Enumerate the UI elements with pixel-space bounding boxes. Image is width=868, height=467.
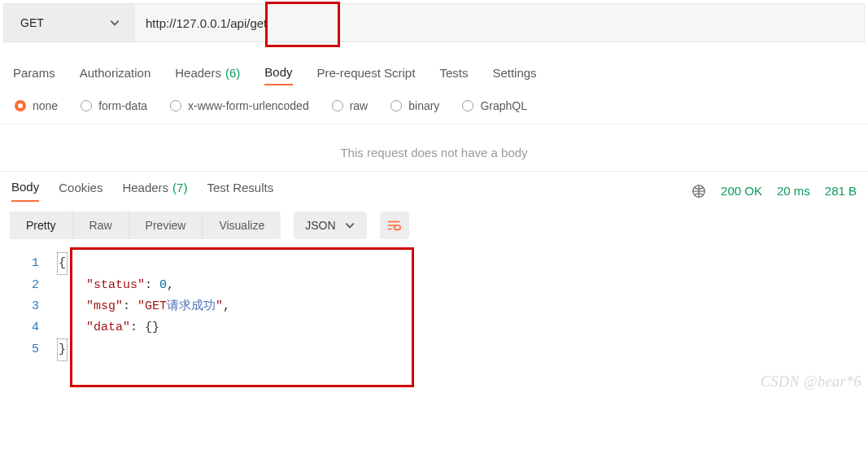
tab-tests[interactable]: Tests <box>439 66 468 85</box>
radio-none[interactable]: none <box>15 99 58 112</box>
code-line: 5 } <box>0 338 868 361</box>
globe-icon[interactable] <box>691 184 706 199</box>
headers-count: (6) <box>225 66 240 80</box>
view-pretty[interactable]: Pretty <box>10 212 73 239</box>
view-raw[interactable]: Raw <box>73 212 129 239</box>
tab-settings[interactable]: Settings <box>492 66 536 85</box>
tab-prerequest[interactable]: Pre-request Script <box>317 66 416 85</box>
code-line: 1 { <box>0 252 868 275</box>
radio-form-data[interactable]: form-data <box>81 99 147 112</box>
radio-binary[interactable]: binary <box>390 99 439 112</box>
radio-graphql[interactable]: GraphQL <box>462 99 527 112</box>
tab-authorization[interactable]: Authorization <box>80 66 151 85</box>
watermark: CSDN @bear*6 <box>761 373 861 391</box>
radio-urlencoded[interactable]: x-www-form-urlencoded <box>170 99 309 112</box>
wrap-icon <box>387 219 402 232</box>
tab-headers[interactable]: Headers (6) <box>175 66 240 85</box>
tab-params[interactable]: Params <box>13 66 55 85</box>
code-line: 4 "data": {} <box>0 317 868 338</box>
tab-body[interactable]: Body <box>264 65 292 85</box>
url-input[interactable] <box>134 4 864 41</box>
resp-tab-test-results[interactable]: Test Results <box>207 181 273 201</box>
radio-dot-selected <box>15 100 26 111</box>
status-block: 200 OK 20 ms 281 B <box>691 184 857 199</box>
chevron-down-icon <box>109 17 120 28</box>
response-body-view: 1 { 2 "status": 0, 3 "msg": "GET请求成功", 4… <box>0 247 868 394</box>
format-select[interactable]: JSON <box>294 212 366 239</box>
response-toolbar: Pretty Raw Preview Visualize JSON <box>0 202 868 247</box>
response-tabs: Body Cookies Headers (7) Test Results <box>11 180 273 202</box>
url-bar: GET <box>3 3 865 42</box>
code-line: 2 "status": 0, <box>0 275 868 296</box>
radio-raw[interactable]: raw <box>332 99 369 112</box>
status-size: 281 B <box>825 184 857 198</box>
no-body-message: This request does not have a body <box>0 124 868 172</box>
view-mode-group: Pretty Raw Preview Visualize <box>10 212 281 239</box>
request-tabs: Params Authorization Headers (6) Body Pr… <box>0 62 868 88</box>
http-method-select[interactable]: GET <box>4 4 134 41</box>
http-method-label: GET <box>20 16 44 29</box>
view-visualize[interactable]: Visualize <box>203 212 281 239</box>
resp-tab-body[interactable]: Body <box>11 180 39 202</box>
view-preview[interactable]: Preview <box>129 212 203 239</box>
body-type-row: none form-data x-www-form-urlencoded raw… <box>0 88 868 124</box>
resp-tab-headers[interactable]: Headers (7) <box>122 181 187 201</box>
response-header: Body Cookies Headers (7) Test Results 20… <box>0 172 868 202</box>
resp-headers-count: (7) <box>172 181 187 194</box>
status-code: 200 OK <box>721 184 762 198</box>
wrap-lines-button[interactable] <box>380 212 409 239</box>
chevron-down-icon <box>344 220 355 231</box>
resp-tab-cookies[interactable]: Cookies <box>59 181 103 201</box>
status-time: 20 ms <box>777 184 810 198</box>
code-line: 3 "msg": "GET请求成功", <box>0 296 868 317</box>
